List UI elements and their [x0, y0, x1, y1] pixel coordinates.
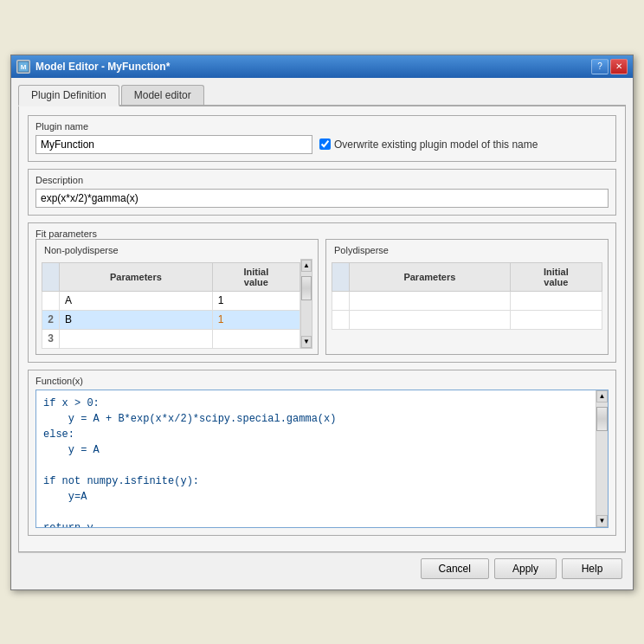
row-num — [332, 291, 350, 310]
code-scroll-thumb[interactable] — [596, 407, 608, 431]
code-editor[interactable]: if x > 0: y = A + B*exp(x*x/2)*scipy.spe… — [36, 390, 596, 527]
col-params-header: Parameters — [350, 262, 511, 291]
main-window: M Model Editor - MyFunction* ? ✕ Plugin … — [10, 55, 634, 590]
window-body: Plugin Definition Model editor Plugin na… — [11, 78, 633, 589]
fit-params-row: Non-polydisperse Parameters Initialvalue — [35, 239, 609, 355]
code-scroll-track — [596, 402, 608, 515]
table-row: 3 — [42, 329, 300, 348]
description-label: Description — [32, 175, 609, 185]
non-poly-scrollbar[interactable]: ▲ ▼ — [300, 259, 312, 349]
param-value-cell: 1 — [212, 291, 299, 310]
fit-params-fieldset: Fit parameters Non-polydisperse — [28, 222, 616, 363]
content-area: Plugin name Overwrite existing plugin mo… — [18, 106, 626, 552]
description-input[interactable] — [35, 189, 609, 208]
plugin-name-row: Overwrite existing plugin model of this … — [35, 135, 609, 154]
col-num-header — [42, 262, 60, 291]
param-name-cell — [60, 329, 213, 348]
help-button[interactable]: Help — [562, 558, 622, 579]
param-name-cell: B — [60, 310, 213, 329]
col-params-header: Parameters — [60, 262, 213, 291]
apply-button[interactable]: Apply — [494, 558, 557, 579]
fit-params-label: Fit parameters — [32, 229, 609, 239]
table-row: A 1 — [42, 291, 300, 310]
polydisperse-fieldset: Polydisperse Parameters Initialvalue — [325, 239, 609, 355]
param-name-cell — [350, 310, 511, 329]
svg-text:M: M — [21, 63, 27, 71]
scroll-down-arrow[interactable]: ▼ — [301, 336, 312, 348]
code-scroll-down[interactable]: ▼ — [596, 515, 608, 527]
function-box: Function(x) if x > 0: y = A + B*exp(x*x/… — [28, 370, 616, 536]
non-poly-table-area: Parameters Initialvalue A 1 — [42, 259, 300, 349]
tab-bar: Plugin Definition Model editor — [18, 85, 626, 106]
code-scroll-up[interactable]: ▲ — [596, 390, 608, 402]
row-num: 3 — [42, 329, 60, 348]
code-area: if x > 0: y = A + B*exp(x*x/2)*scipy.spe… — [35, 390, 609, 528]
param-value-cell — [510, 310, 602, 329]
param-name-cell: A — [60, 291, 213, 310]
table-row: 2 B 1 — [42, 310, 300, 329]
code-scrollbar[interactable]: ▲ ▼ — [596, 390, 608, 527]
non-polydisperse-fieldset: Non-polydisperse Parameters Initialvalue — [35, 239, 319, 355]
plugin-name-fieldset: Plugin name Overwrite existing plugin mo… — [28, 115, 616, 162]
param-name-cell — [350, 291, 511, 310]
tab-plugin-definition[interactable]: Plugin Definition — [18, 85, 119, 106]
param-value-cell — [510, 291, 602, 310]
app-icon: M — [16, 60, 30, 74]
poly-table: Parameters Initialvalue — [332, 262, 602, 330]
function-label: Function(x) — [35, 376, 609, 386]
description-row — [35, 189, 609, 208]
title-bar: M Model Editor - MyFunction* ? ✕ — [11, 55, 633, 78]
scroll-up-arrow[interactable]: ▲ — [301, 260, 312, 272]
description-fieldset: Description — [28, 169, 616, 216]
window-title: Model Editor - MyFunction* — [35, 61, 170, 73]
row-num — [332, 310, 350, 329]
param-value-cell — [212, 329, 299, 348]
row-num — [42, 291, 60, 310]
close-btn[interactable]: ✕ — [610, 59, 628, 74]
polydisperse-label: Polydisperse — [332, 245, 602, 255]
col-init-header: Initialvalue — [212, 262, 299, 291]
col-num-header — [332, 262, 350, 291]
non-poly-table: Parameters Initialvalue A 1 — [42, 262, 300, 349]
plugin-name-input[interactable] — [35, 135, 312, 154]
non-polydisperse-label: Non-polydisperse — [42, 245, 312, 255]
title-bar-left: M Model Editor - MyFunction* — [16, 60, 170, 74]
overwrite-label: Overwrite existing plugin model of this … — [334, 138, 538, 151]
scroll-thumb[interactable] — [301, 276, 312, 300]
scroll-track — [301, 272, 312, 336]
param-value-cell: 1 — [212, 310, 299, 329]
overwrite-checkbox[interactable] — [319, 138, 331, 150]
plugin-name-label: Plugin name — [32, 121, 609, 132]
row-num: 2 — [42, 310, 60, 329]
cancel-button[interactable]: Cancel — [421, 558, 489, 579]
table-row — [332, 291, 602, 310]
poly-table-area: Parameters Initialvalue — [332, 259, 602, 330]
non-poly-table-container: Parameters Initialvalue A 1 — [42, 259, 312, 349]
poly-table-container: Parameters Initialvalue — [332, 259, 602, 330]
col-init-header: Initialvalue — [510, 262, 602, 291]
table-row — [332, 310, 602, 329]
title-buttons: ? ✕ — [591, 59, 628, 74]
overwrite-checkbox-row: Overwrite existing plugin model of this … — [319, 138, 538, 151]
tab-model-editor[interactable]: Model editor — [121, 85, 204, 105]
bottom-buttons: Cancel Apply Help — [18, 552, 626, 583]
help-title-btn[interactable]: ? — [591, 59, 609, 74]
